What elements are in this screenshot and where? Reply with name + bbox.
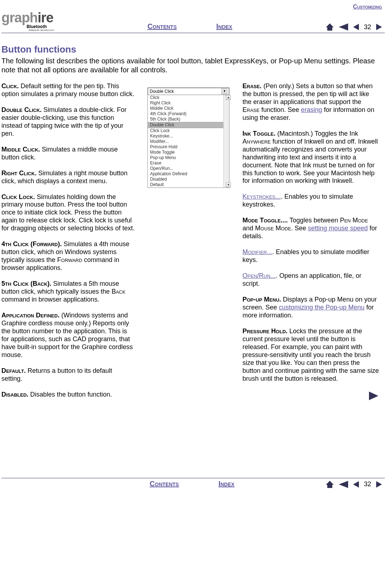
prev-page-icon-footer[interactable] — [352, 480, 360, 488]
dropdown-option[interactable]: Erase — [148, 161, 229, 166]
nav-contents-link[interactable]: Contents — [147, 22, 177, 31]
keystrokes-link[interactable]: Keystrokes... — [242, 193, 281, 200]
intro-paragraph: The following list describes the options… — [1, 56, 379, 74]
home-icon[interactable] — [325, 23, 334, 31]
page-number-footer: 32 — [363, 480, 372, 488]
item-erase: Erase. (Pen only.) Sets a button so that… — [242, 82, 379, 122]
continue-next-page-icon[interactable] — [368, 391, 379, 401]
next-page-icon-footer[interactable] — [375, 480, 383, 488]
item-ink-toggle: Ink Toggle. (Macintosh.) Toggles the Ink… — [242, 130, 379, 185]
item-click: Click. Default setting for the pen tip. … — [1, 82, 135, 98]
dropdown-selected-value: Double Click — [150, 89, 174, 94]
header-bar: graphire Bluetooth WIRELESS TECHNOLOGY C… — [1, 10, 385, 33]
nav-contents-link-footer[interactable]: Contents — [150, 480, 179, 488]
item-4th-click: 4th Click (Forward). Simulates a 4th mou… — [1, 240, 135, 272]
dropdown-arrow-icon[interactable]: ▼ — [222, 89, 227, 94]
modifier-link[interactable]: Modifier... — [242, 248, 272, 256]
scroll-up-icon[interactable]: ▲ — [226, 95, 231, 100]
dropdown-option[interactable]: Application Defined — [148, 171, 229, 177]
logo-subsubtext: WIRELESS TECHNOLOGY — [29, 29, 55, 31]
item-app-defined: Application Defined. (Windows systems an… — [1, 312, 135, 359]
dropdown-option[interactable]: 4th Click (Forward) — [148, 111, 229, 117]
dropdown-option-highlighted[interactable]: Double Click — [148, 122, 229, 128]
dropdown-option[interactable]: Click Lock — [148, 128, 229, 134]
nav-index-link[interactable]: Index — [216, 22, 232, 31]
prev-page-icon[interactable] — [352, 23, 360, 31]
dropdown-list[interactable]: Click Right Click Middle Click 4th Click… — [148, 95, 229, 187]
dropdown-option[interactable]: Mode Toggle — [148, 150, 229, 155]
dropdown-option[interactable]: Disabled — [148, 177, 229, 182]
dropdown-scrollbar[interactable]: ▲ ▼ — [223, 95, 229, 187]
dropdown-option[interactable]: 5th Click (Back) — [148, 117, 229, 122]
button-function-dropdown[interactable]: Double Click ▼ Click Right Click Middle … — [147, 87, 229, 188]
svg-marker-2 — [353, 24, 359, 30]
footer-bar: Contents Index 32 — [1, 478, 385, 490]
svg-marker-4 — [369, 392, 378, 400]
home-icon-footer[interactable] — [325, 480, 334, 489]
item-double-click: Double Click. Simulates a double-click. … — [1, 106, 135, 138]
section-heading-link[interactable]: Customizing — [353, 4, 382, 10]
item-modifier: Modifier.... Enables you to simulate mod… — [242, 248, 379, 264]
svg-marker-3 — [376, 24, 382, 30]
item-open-run: Open/Run.... Opens an application, file,… — [242, 272, 379, 288]
logo: graphire Bluetooth WIRELESS TECHNOLOGY — [1, 10, 55, 31]
item-pressure-hold: Pressure Hold. Locks the pressure at the… — [242, 327, 379, 383]
svg-marker-5 — [326, 481, 334, 488]
dropdown-option[interactable]: Right Click — [148, 100, 229, 106]
item-disabled: Disabled. Disables the button function. — [1, 391, 135, 399]
dropdown-option[interactable]: Keystroke... — [148, 134, 229, 139]
dropdown-option[interactable]: Modifier... — [148, 139, 229, 144]
open-run-link[interactable]: Open/Run... — [242, 272, 276, 279]
nav-index-link-footer[interactable]: Index — [218, 480, 234, 488]
mouse-speed-link[interactable]: setting mouse speed — [308, 225, 368, 232]
item-5th-click: 5th Click (Back). Simulates a 5th mouse … — [1, 280, 135, 304]
item-keystrokes: Keystrokes.... Enables you to simulate k… — [242, 193, 379, 209]
logo-text-a: graph — [1, 10, 38, 25]
logo-text-b: ire — [38, 10, 53, 25]
erasing-link[interactable]: erasing — [301, 106, 322, 113]
back-big-icon[interactable] — [338, 23, 349, 31]
dropdown-option[interactable]: Click — [148, 95, 229, 100]
svg-marker-0 — [326, 23, 334, 31]
svg-marker-1 — [339, 23, 348, 31]
right-column: Erase. (Pen only.) Sets a button so that… — [242, 82, 379, 402]
svg-marker-7 — [353, 481, 359, 488]
page-title: Button functions — [1, 44, 379, 55]
dropdown-option[interactable]: Pop-up Menu — [148, 155, 229, 161]
dropdown-option[interactable]: Default — [148, 182, 229, 187]
left-column: Click. Default setting for the pen tip. … — [1, 82, 135, 402]
item-middle-click: Middle Click. Simulates a middle mouse b… — [1, 146, 135, 162]
svg-marker-8 — [376, 481, 382, 488]
back-big-icon-footer[interactable] — [338, 480, 349, 489]
next-page-icon[interactable] — [375, 23, 383, 31]
item-click-lock: Click Lock. Simulates holding down the p… — [1, 193, 135, 233]
item-right-click: Right Click. Simulates a right mouse but… — [1, 170, 135, 185]
dropdown-option[interactable]: Middle Click — [148, 106, 229, 111]
page-number: 32 — [363, 23, 372, 31]
item-default: Default. Returns a button to its default… — [1, 367, 135, 383]
logo-subtext: Bluetooth — [27, 24, 47, 29]
svg-marker-6 — [339, 481, 348, 488]
scroll-down-icon[interactable]: ▼ — [226, 182, 231, 187]
popup-menu-link[interactable]: customizing the Pop-up Menu — [279, 304, 364, 311]
item-mode-toggle: Mode Toggle.... Toggles between Pen Mode… — [242, 217, 379, 240]
dropdown-option[interactable]: Open/Run... — [148, 166, 229, 171]
dropdown-option[interactable]: Pressure Hold — [148, 144, 229, 150]
item-popup-menu: Pop-up Menu. Displays a Pop-up Menu on y… — [242, 296, 379, 320]
